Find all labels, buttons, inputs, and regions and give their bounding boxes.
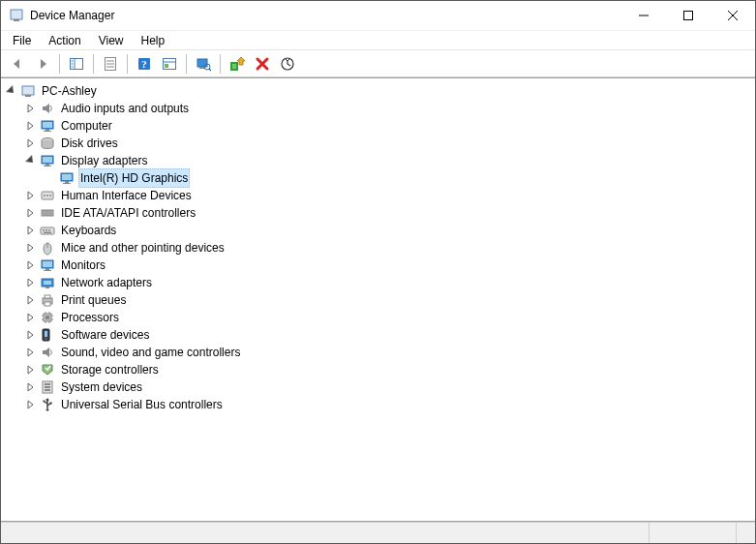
svg-rect-20 [197,59,207,67]
svg-rect-40 [65,181,69,183]
minimize-button[interactable] [621,1,666,31]
software-icon [40,327,55,343]
tree-category[interactable]: Universal Serial Bus controllers [3,396,753,413]
expand-toggle-icon[interactable] [24,102,38,115]
tree-category[interactable]: Display adapters [3,152,753,169]
expand-toggle-icon[interactable] [24,398,38,411]
svg-rect-36 [45,164,49,166]
tree-category[interactable]: Monitors [3,257,753,274]
monitor-icon [59,170,75,186]
menu-help[interactable]: Help [134,32,173,49]
device-tree[interactable]: PC-AshleyAudio inputs and outputsCompute… [1,77,755,522]
tree-category[interactable]: IDE ATA/ATAPI controllers [3,204,753,222]
svg-rect-83 [45,383,50,385]
expand-toggle-icon[interactable] [24,136,38,150]
speaker-icon [40,345,55,360]
expand-toggle-icon[interactable] [24,328,38,342]
tree-category-label: Audio inputs and outputs [59,99,191,118]
help-button[interactable]: ? [133,52,156,76]
expand-toggle-icon[interactable] [5,84,18,98]
forward-button[interactable] [31,52,54,76]
menu-view[interactable]: View [91,32,132,49]
tree-category-label: Disk drives [59,134,120,153]
network-icon [40,275,55,290]
svg-text:?: ? [141,58,147,70]
toolbar-separator [186,54,187,74]
svg-rect-88 [44,401,45,403]
expand-toggle-icon[interactable] [24,119,38,133]
expand-toggle-icon[interactable] [24,189,38,202]
tree-category[interactable]: Print queues [3,291,753,309]
monitor-icon [40,257,55,273]
tree-category-label: Software devices [59,325,151,345]
svg-rect-62 [44,270,51,271]
tree-category[interactable]: Computer [3,117,753,135]
disable-button[interactable] [276,52,299,76]
tree-category-label: Sound, video and game controllers [59,343,242,362]
usb-icon [40,397,55,412]
tree-device-label: Intel(R) HD Graphics [78,168,190,188]
expand-toggle-icon[interactable] [24,224,38,237]
expand-toggle-icon[interactable] [24,380,38,394]
tree-category-label: Monitors [59,256,107,275]
tree-category[interactable]: System devices [3,378,753,396]
uninstall-button[interactable] [251,52,274,76]
svg-rect-60 [43,261,52,267]
expand-toggle-icon[interactable] [24,241,38,255]
tree-category[interactable]: Human Interface Devices [3,187,753,204]
svg-rect-84 [45,386,50,388]
tree-category[interactable]: Keyboards [3,222,753,239]
show-hidden-button[interactable] [158,52,181,76]
window-title: Device Manager [30,9,621,22]
tree-category[interactable]: Software devices [3,326,753,344]
tree-category[interactable]: Disk drives [3,135,753,152]
system-icon [40,379,55,395]
tree-category[interactable]: Storage controllers [3,361,753,378]
svg-rect-41 [63,183,71,184]
svg-rect-39 [62,174,72,180]
console-tree-button[interactable] [65,52,88,76]
tree-device[interactable]: Intel(R) HD Graphics [3,169,753,187]
svg-rect-19 [165,64,168,68]
resize-grip[interactable] [736,523,755,543]
expand-toggle-icon[interactable] [24,258,38,272]
tree-category[interactable]: Sound, video and game controllers [3,344,753,361]
svg-point-43 [44,195,45,196]
tree-root[interactable]: PC-Ashley [3,82,753,100]
expand-toggle-icon[interactable] [24,363,38,377]
tree-category[interactable]: Audio inputs and outputs [3,100,753,117]
printer-icon [40,292,55,308]
svg-rect-3 [684,12,693,20]
ide-icon [40,205,55,221]
svg-point-8 [72,60,74,62]
svg-point-45 [49,195,51,196]
update-driver-button[interactable] [226,52,249,76]
svg-line-23 [209,69,211,71]
svg-point-10 [72,66,74,68]
scan-button[interactable] [192,52,215,76]
svg-rect-31 [45,129,49,131]
close-button[interactable] [711,1,755,31]
expand-toggle-icon[interactable] [24,293,38,307]
svg-rect-32 [44,131,51,132]
svg-rect-0 [11,10,22,19]
expand-toggle-icon[interactable] [24,311,38,324]
expand-toggle-icon[interactable] [24,276,38,289]
expand-toggle-icon[interactable] [24,154,38,167]
menu-action[interactable]: Action [41,32,88,49]
monitor-icon [40,118,55,134]
tree-category-label: Network adapters [59,273,154,292]
menu-file[interactable]: File [5,32,39,49]
maximize-button[interactable] [666,1,711,31]
expand-toggle-icon[interactable] [24,346,38,359]
app-icon [9,8,24,23]
tree-category[interactable]: Mice and other pointing devices [3,239,753,257]
back-button[interactable] [6,52,29,76]
tree-category-label: Processors [59,308,121,327]
cpu-icon [40,310,55,325]
tree-category[interactable]: Processors [3,309,753,326]
expand-toggle-icon[interactable] [24,206,38,220]
hid-icon [40,188,55,203]
tree-category[interactable]: Network adapters [3,274,753,291]
properties-button[interactable] [99,52,122,76]
